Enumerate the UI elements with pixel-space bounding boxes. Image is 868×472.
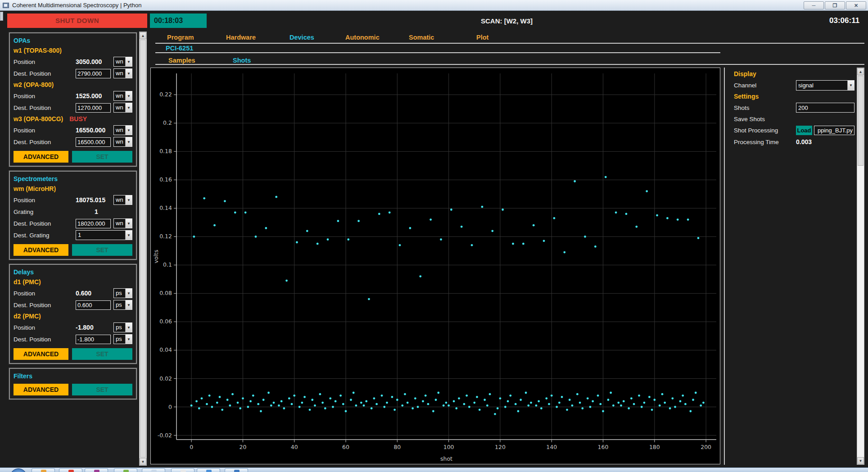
dest-position-input[interactable]	[76, 300, 111, 310]
app-icon	[41, 470, 46, 472]
minimize-button[interactable]: ─	[804, 1, 824, 9]
dest-position-row: Dest. Positionps▼	[14, 299, 132, 311]
unit-select[interactable]: wn▼	[113, 91, 132, 101]
unit-value: wn	[114, 195, 125, 204]
unit-select[interactable]: ps▼	[113, 288, 132, 298]
close-button[interactable]: ✕	[846, 1, 866, 9]
shot-processing-row: Shot Processing Load pping_BJT.py	[734, 124, 854, 136]
advanced-button[interactable]: ADVANCED	[14, 384, 68, 395]
hardware-name: w2 (OPA-800)	[14, 81, 54, 88]
data-point	[684, 403, 687, 405]
menu-item-hardware[interactable]: Hardware	[226, 34, 256, 41]
device-tab-pci-6251[interactable]: PCI-6251	[166, 45, 193, 52]
position-row: Position3050.000wn▼	[14, 56, 132, 68]
channel-select[interactable]: signal ▼	[796, 80, 854, 91]
taskbar-app-button[interactable]	[197, 468, 220, 472]
chevron-down-icon[interactable]: ▼	[125, 103, 132, 112]
dest-position-input[interactable]	[76, 335, 111, 344]
menu-item-program[interactable]: Program	[167, 34, 194, 41]
scatter-plot[interactable]: -0.0200.020.040.060.080.10.120.140.160.1…	[151, 68, 720, 464]
sidebar-scrollbar[interactable]: ▲ ▼	[139, 32, 147, 466]
data-point	[409, 227, 411, 229]
dest-grating-select[interactable]: 1▼	[76, 230, 132, 240]
dest-position-input[interactable]	[76, 219, 111, 228]
chevron-down-icon[interactable]: ▼	[125, 195, 132, 204]
menu-item-somatic[interactable]: Somatic	[409, 34, 434, 41]
sidebar-scrollbar-thumb[interactable]	[140, 40, 146, 458]
right-scrollbar-thumb[interactable]	[858, 76, 863, 166]
chevron-down-icon[interactable]: ▼	[125, 231, 132, 240]
taskbar-app-button[interactable]	[59, 468, 82, 472]
set-button[interactable]: SET	[72, 348, 132, 360]
data-point	[355, 404, 357, 407]
tab-samples[interactable]: Samples	[168, 57, 195, 64]
unit-select[interactable]: ps▼	[113, 300, 132, 310]
unit-select[interactable]: wn▼	[113, 68, 132, 78]
dest-position-input[interactable]	[76, 69, 111, 78]
data-point	[623, 400, 625, 403]
load-button[interactable]: Load	[796, 126, 812, 135]
data-point	[298, 406, 301, 408]
advanced-button[interactable]: ADVANCED	[14, 348, 68, 360]
menu-item-autonomic[interactable]: Autonomic	[345, 34, 380, 41]
data-point	[337, 220, 339, 222]
unit-select[interactable]: wn▼	[113, 103, 132, 113]
data-point	[303, 396, 306, 398]
tab-shots[interactable]: Shots	[233, 57, 251, 64]
section-buttons: ADVANCEDSET	[14, 348, 132, 360]
data-point	[280, 400, 283, 403]
scroll-down-icon[interactable]: ▼	[857, 457, 864, 464]
set-button[interactable]: SET	[72, 384, 132, 395]
tick-label: 0.18	[159, 148, 172, 154]
unit-select[interactable]: ps▼	[113, 334, 132, 344]
dest-position-input[interactable]	[76, 137, 111, 147]
settings-header: Settings	[734, 91, 854, 102]
shutdown-button[interactable]: SHUT DOWN	[7, 14, 147, 28]
restore-button[interactable]: ❐	[825, 1, 845, 9]
chevron-down-icon[interactable]: ▼	[125, 137, 132, 146]
chevron-down-icon[interactable]: ▼	[125, 323, 132, 332]
chevron-down-icon[interactable]: ▼	[847, 81, 854, 90]
tick-label: 120	[495, 444, 506, 450]
unit-value: wn	[114, 91, 125, 100]
chevron-down-icon[interactable]: ▼	[125, 219, 132, 228]
scroll-up-icon[interactable]: ▲	[857, 68, 864, 75]
data-point	[525, 392, 527, 394]
dest-position-input[interactable]	[76, 103, 111, 113]
unit-select[interactable]: wn▼	[113, 57, 132, 67]
unit-select[interactable]: wn▼	[113, 125, 132, 135]
chevron-down-icon[interactable]: ▼	[125, 57, 132, 66]
taskbar-app-button[interactable]	[225, 468, 248, 472]
advanced-button[interactable]: ADVANCED	[14, 151, 68, 163]
dest-position-row: Dest. Positionps▼	[14, 333, 132, 345]
taskbar-app-button[interactable]	[32, 468, 55, 472]
data-point	[278, 404, 280, 407]
chevron-down-icon[interactable]: ▼	[125, 91, 132, 100]
taskbar-app-button[interactable]	[142, 468, 165, 472]
taskbar-app-button[interactable]	[114, 468, 137, 472]
advanced-button[interactable]: ADVANCED	[14, 244, 68, 256]
unit-select[interactable]: wn▼	[113, 218, 132, 228]
chevron-down-icon[interactable]: ▼	[125, 300, 132, 309]
chevron-down-icon[interactable]: ▼	[125, 335, 132, 344]
menu-item-plot[interactable]: Plot	[476, 34, 488, 41]
taskbar-app-button[interactable]	[85, 468, 108, 472]
menu-item-devices[interactable]: Devices	[289, 34, 314, 41]
channel-label: Channel	[734, 82, 796, 89]
shots-input[interactable]	[796, 103, 854, 113]
unit-select[interactable]: ps▼	[113, 322, 132, 332]
scroll-down-icon[interactable]: ▼	[140, 458, 146, 465]
right-panel-scrollbar[interactable]: ▲ ▼	[857, 68, 864, 465]
chevron-down-icon[interactable]: ▼	[125, 289, 132, 298]
taskbar-app-button[interactable]	[171, 468, 194, 472]
processing-file-field[interactable]: pping_BJT.py	[814, 126, 854, 135]
chevron-down-icon[interactable]: ▼	[125, 69, 132, 78]
set-button[interactable]: SET	[72, 244, 132, 256]
chevron-down-icon[interactable]: ▼	[125, 126, 132, 135]
set-button[interactable]: SET	[72, 151, 132, 163]
scroll-up-icon[interactable]: ▲	[140, 32, 146, 39]
unit-select[interactable]: wn▼	[113, 195, 132, 205]
data-point	[393, 408, 396, 411]
unit-select[interactable]: wn▼	[113, 137, 132, 147]
data-point	[509, 395, 511, 397]
